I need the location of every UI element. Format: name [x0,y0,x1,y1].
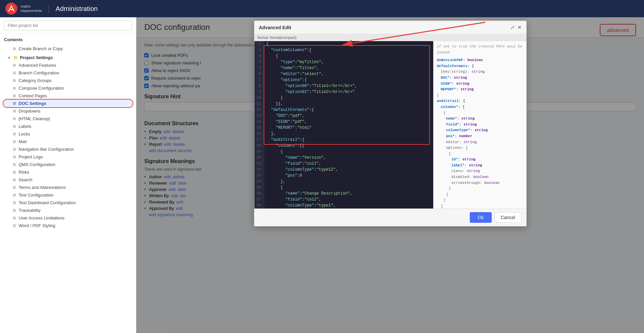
sidebar-item-nav-bar-config[interactable]: ⚙ Navigation Bar Configuration [4,145,132,153]
gear-icon: ⚙ [12,94,17,98]
cancel-button[interactable]: Cancel [494,212,522,223]
code-line: 5 "name":"Titles", [254,65,433,71]
sidebar-search-area [0,17,136,34]
schema-line: columns*: [ [437,104,523,110]
schema-line: REPORT*: string [437,87,523,93]
code-line: 7 "options":{ [254,77,433,83]
header-title: Administration [49,5,98,13]
sidebar-item-locks[interactable]: ⚙ Locks [4,130,132,138]
logo-area: matrix requirements [5,3,42,15]
gear-icon: ⚙ [12,139,17,144]
sidebar-item-labels[interactable]: ⚙ Labels [4,123,132,130]
schema-line: options: [ [437,145,523,151]
gear-icon: ⚙ [12,216,17,220]
schema-line: defaultFormats: { [437,63,523,69]
sidebar-item-create-branch[interactable]: ⧉ Create Branch or Copy [4,45,132,52]
modal-footer: Ok Cancel [254,208,526,226]
schema-line: DOC*: string [437,75,523,81]
content-area: DOC configuration advanced Note: some se… [136,17,644,333]
sidebar-item-project-settings[interactable]: ▾ 📁 Project Settings [4,54,132,61]
gear-icon: ⚙ [12,132,17,136]
modal-expand-button[interactable]: ⤢ [510,24,515,31]
gear-icon: ⚙ [12,208,17,213]
sidebar: Contents ⧉ Create Branch or Copy ▾ 📁 Pro… [0,17,136,333]
code-line: 2 "customColumns":[ [254,47,433,53]
sidebar-item-project-logo[interactable]: ⚙ Project Logo [4,153,132,161]
code-line: 20 "name":"Version", [254,155,433,161]
schema-line: ] [437,204,523,208]
schema-line: } [437,198,523,204]
gear-icon: ⚙ [12,78,17,83]
ok-button[interactable]: Ok [470,212,492,223]
schema-hint: if set to true the created PDFs woul be … [437,44,523,55]
modal-header: Advanced Edit ⤢ ✕ [254,21,526,34]
gear-icon: ⚙ [12,101,17,106]
sidebar-item-compose-config[interactable]: ⚙ Compose Configuration [4,84,132,92]
logo-text: matrix requirements [21,4,42,13]
code-line: 22 "columnType":"type12", [254,167,433,173]
code-line: 4 "type":"myTitles", [254,59,433,65]
code-editor[interactable]: 1 { 2 "customColumns":[ 3 { 4 [254,41,433,208]
sidebar-item-word-pdf[interactable]: ⚙ Word / PDF Styling [4,222,132,229]
schema-line: { [437,151,523,157]
gear-icon: ⚙ [12,86,17,91]
folder-icon: 📁 [13,55,18,60]
sidebar-item-mail[interactable]: ⚙ Mail [4,138,132,145]
gear-icon: ⚙ [12,162,17,167]
format-label: format: format(compact) [254,34,526,41]
code-line: 12 "defaultFormats":{ [254,107,433,113]
schema-line: disabled: boolean [437,174,523,180]
gear-icon: ⚙ [12,201,17,205]
schema-panel: if set to true the created PDFs woul be … [433,41,526,208]
gear-icon: ⚙ [12,109,17,114]
code-line: 10 } [254,95,433,101]
schema-line: label*: string [437,163,523,169]
code-line: 8 "option00":"Title1</br></br>", [254,83,433,89]
sidebar-item-search[interactable]: ⚙ Search [4,176,132,184]
code-line: 17 "audittrail":{ [254,137,433,143]
sidebar-item-branch-config[interactable]: ⚙ Branch Configuration [4,69,132,77]
code-line: 26 "name":"Change Description", [254,191,433,197]
gear-icon: ⚙ [12,147,17,152]
sidebar-item-user-access[interactable]: ⚙ User Access Limitations [4,214,132,222]
chevron-down-icon: ▾ [7,55,11,60]
sidebar-item-terms-abbrev[interactable]: ⚙ Terms and Abbreviations [4,184,132,191]
sidebar-item-test-dashboard[interactable]: ⚙ Test Dashboard Configuration [4,199,132,207]
gear-icon: ⚙ [12,71,17,75]
modal-body: 1 { 2 "customColumns":[ 3 { 4 [254,41,526,208]
sidebar-item-doc-settings[interactable]: ⚙ DOC Settings [4,100,132,107]
schema-line: SIGN*: string [437,81,523,87]
code-line: 6 "editor":"select", [254,71,433,77]
code-line: 3 { [254,53,433,59]
schema-line: class: string [437,168,523,174]
sidebar-item-html-cleanup[interactable]: ⚙ [HTML Cleanup] [4,115,132,123]
schema-line: id*: string [437,157,523,163]
schema-line: pos*: number [437,133,523,139]
sidebar-item-dropdowns[interactable]: ⚙ Dropdowns [4,107,132,115]
sidebar-item-traceability[interactable]: ⚙ Traceability [4,207,132,214]
sidebar-item-test-config[interactable]: ⚙ Test Configuration [4,191,132,199]
main-layout: Contents ⧉ Create Branch or Copy ▾ 📁 Pro… [0,17,644,333]
code-line: 19 { [254,149,433,155]
sidebar-item-category-groups[interactable]: ⚙ Category Groups [4,77,132,84]
modal-close-button[interactable]: ✕ [517,24,522,31]
code-line: 25 { [254,185,433,191]
schema-line: audittrail: { [437,98,523,104]
code-line: 24 }, [254,179,433,185]
sidebar-item-advanced-features[interactable]: ⚙ Advanced Features [4,61,132,69]
sidebar-item-context-pages[interactable]: ⚙ Context Pages [4,92,132,100]
gear-icon: ⚙ [12,124,17,129]
code-line: 28 "columnType":"type1", [254,203,433,208]
gear-icon: ⚙ [12,185,17,190]
schema-line: name*: string [437,116,523,122]
advanced-edit-modal: Advanced Edit ⤢ ✕ format: format(compact… [254,21,527,226]
gear-icon: ⚙ [12,117,17,121]
modal-header-btns: ⤢ ✕ [510,24,522,31]
logo-icon [5,3,17,15]
search-input[interactable] [4,21,132,30]
gear-icon: ⚙ [12,223,17,228]
sidebar-item-qms-config[interactable]: ⚙ QMS Configuration [4,161,132,168]
sidebar-item-risks[interactable]: ⚙ Risks [4,168,132,176]
code-line: 18 "columns":[{ [254,143,433,149]
gear-icon: ⚙ [12,170,17,175]
